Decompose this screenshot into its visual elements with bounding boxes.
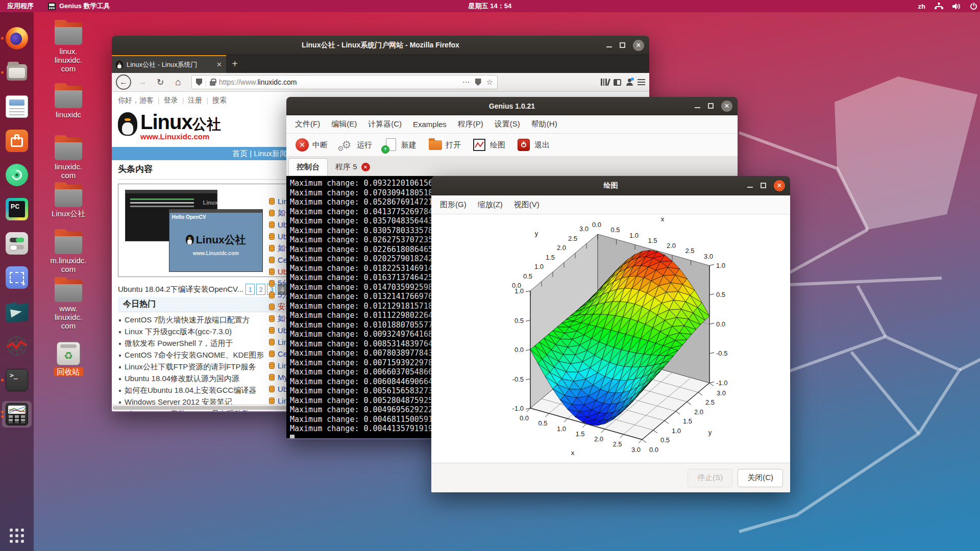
volume-icon[interactable] xyxy=(952,3,961,10)
hot-list-item[interactable]: CentOS 7命令行安装GNOME、KDE图形 xyxy=(119,349,292,361)
desktop-icon-folder[interactable]: linux.linuxidc.com xyxy=(43,22,94,73)
genius-menu-item[interactable]: 程序(P) xyxy=(452,115,489,133)
close-button[interactable]: ✕ xyxy=(774,180,785,191)
clock[interactable]: 星期五 14：54 xyxy=(461,0,519,12)
minimize-button[interactable] xyxy=(747,187,753,188)
toolbar-button-新建[interactable]: 新建 xyxy=(379,134,422,156)
bookmark-star-icon[interactable]: ☆ xyxy=(486,78,493,87)
genius-menu-item[interactable]: 计算器(C) xyxy=(362,115,407,133)
reload-button[interactable]: ↻ xyxy=(154,77,167,88)
desktop-icon-folder[interactable]: www.linuxidc.com xyxy=(43,280,94,330)
genius-menu-item[interactable]: 文件(F) xyxy=(289,115,326,133)
featured-article-image[interactable]: Hello OpenCV Linux公社 www.Linuxidc.com Li… xyxy=(118,184,287,277)
user-bar-link[interactable]: 注册 xyxy=(188,96,202,105)
site-logo[interactable]: Linux 公社 www.Linuxidc.com xyxy=(118,112,221,141)
hot-list-item[interactable]: Ubuntu 18.04修改默认源为国内源 xyxy=(119,373,292,385)
dock-item-pycharm[interactable] xyxy=(0,195,34,223)
hot-list-item[interactable]: CentOS 7防火墙快速开放端口配置方 xyxy=(119,314,292,326)
dock-item-dev-tool[interactable] xyxy=(0,297,34,326)
hot-list-item[interactable]: 微软发布 PowerShell 7，适用于 xyxy=(119,338,292,349)
tab-close-icon[interactable]: ✕ xyxy=(216,61,222,68)
firefox-titlebar[interactable]: Linux公社 - Linux系统门户网站 - Mozilla Firefox … xyxy=(112,36,649,55)
dock-item-files[interactable] xyxy=(0,58,34,87)
genius-window-title: Genius 1.0.21 xyxy=(489,102,535,110)
dock-item-screenshot-tool[interactable] xyxy=(0,263,34,292)
power-icon[interactable] xyxy=(970,3,977,10)
dock-item-firefox[interactable] xyxy=(0,24,34,53)
toolbar-button-打开[interactable]: 打开 xyxy=(424,134,466,156)
pagination-item[interactable]: 2 xyxy=(256,284,265,295)
dock-item-ubuntu-software[interactable] xyxy=(0,127,34,155)
dock-item-genius-calculator[interactable] xyxy=(0,400,34,429)
home-button[interactable]: ⌂ xyxy=(172,77,185,88)
stop-button[interactable]: 停止(S) xyxy=(688,469,732,487)
menu-hamburger-icon[interactable] xyxy=(638,79,645,85)
plot-menu-item[interactable]: 图形(G) xyxy=(434,195,472,214)
sidebar-icon[interactable] xyxy=(614,79,621,86)
dock-item-terminal[interactable] xyxy=(0,366,34,394)
keyboard-layout-indicator[interactable]: zh xyxy=(918,3,925,10)
maximize-button[interactable] xyxy=(708,103,714,109)
toolbar-button-退出[interactable]: 退出 xyxy=(512,134,555,156)
back-button[interactable]: ← xyxy=(116,74,131,90)
library-icon[interactable] xyxy=(601,79,609,86)
maximize-button[interactable] xyxy=(620,42,625,48)
toolbar-button-中断[interactable]: ✕中断 xyxy=(290,134,333,156)
interrupt-icon: ✕ xyxy=(296,138,309,152)
minimize-button[interactable] xyxy=(695,107,700,108)
focused-app-menu[interactable]: Genius 数学工具 xyxy=(41,0,117,12)
hot-list-item[interactable]: Linux公社下载FTP资源的请到FTP服务 xyxy=(119,361,292,373)
browser-tab[interactable]: Linux公社 - Linux系统门 ✕ xyxy=(112,55,226,73)
genius-menu-item[interactable]: 设置(S) xyxy=(489,115,526,133)
show-applications-button[interactable] xyxy=(0,524,34,547)
close-button[interactable]: ✕ xyxy=(633,40,644,51)
dock-item-android-studio[interactable] xyxy=(0,161,34,189)
plot-titlebar[interactable]: 绘图 ✕ xyxy=(431,176,790,195)
pocket-shield-icon[interactable] xyxy=(475,79,481,86)
user-bar-link[interactable]: 你好，游客 xyxy=(118,96,154,105)
svg-text:x: x xyxy=(661,215,665,223)
desktop-icon-folder[interactable]: linuxidc xyxy=(43,86,94,119)
user-bar-link[interactable]: 搜索 xyxy=(212,96,227,105)
genius-titlebar[interactable]: Genius 1.0.21 ✕ xyxy=(286,97,738,115)
genius-tab[interactable]: 程序 5✕ xyxy=(328,159,378,176)
activities-menu[interactable]: 应用程序 xyxy=(0,0,41,12)
lock-icon[interactable] xyxy=(210,81,215,86)
page-actions-icon[interactable]: ⋯ xyxy=(462,78,470,87)
plot-menu-item[interactable]: 缩放(Z) xyxy=(472,195,508,214)
close-button[interactable]: ✕ xyxy=(721,101,732,112)
desktop-icon-trash[interactable]: ♻回收站 xyxy=(43,342,94,376)
genius-menu-item[interactable]: 编辑(E) xyxy=(326,115,362,133)
dock-item-web-tool[interactable] xyxy=(0,332,34,360)
network-icon[interactable] xyxy=(935,3,943,10)
toolbar-button-运行[interactable]: ⚙运行 xyxy=(335,134,377,156)
user-bar-link[interactable]: 登录 xyxy=(164,96,178,105)
new-tab-button[interactable]: + xyxy=(226,55,243,73)
genius-menu-item[interactable]: 帮助(H) xyxy=(526,115,563,133)
desktop-icon-folder[interactable]: m.linuxidc.com xyxy=(43,232,94,273)
dock-item-libreoffice-writer[interactable] xyxy=(0,92,34,121)
account-icon[interactable] xyxy=(626,79,633,86)
running-indicator xyxy=(1,37,4,40)
site-logo-text: Linux xyxy=(140,112,192,132)
tracking-shield-icon[interactable] xyxy=(196,79,202,86)
maximize-button[interactable] xyxy=(761,183,766,188)
hot-list-item[interactable]: 如何在Ubuntu 18.04上安装GCC编译器 xyxy=(119,385,292,396)
genius-menu-item[interactable]: Examples xyxy=(407,115,452,133)
desktop-icon-folder[interactable]: Linux公社 xyxy=(43,185,94,218)
featured-caption[interactable]: Ubuntu 18.04.2下编译安装OpenCV... xyxy=(118,285,246,294)
desktop-icon-folder[interactable]: linuxidc.com xyxy=(43,138,94,180)
forward-button[interactable]: → xyxy=(136,77,149,87)
genius-tab[interactable]: 控制台 xyxy=(288,158,328,176)
url-text[interactable]: https://www.linuxidc.com xyxy=(219,78,459,86)
hot-list-item[interactable]: Linux 下升级gcc版本(gcc-7.3.0) xyxy=(119,326,292,338)
close-plot-button[interactable]: 关闭(C) xyxy=(738,469,783,487)
dock-item-settings[interactable] xyxy=(0,229,34,258)
tab-close-icon[interactable]: ✕ xyxy=(361,163,370,171)
svg-text:y: y xyxy=(535,230,538,237)
plot-menu-item[interactable]: 视图(V) xyxy=(508,195,545,214)
pagination-item[interactable]: 1 xyxy=(246,284,255,295)
minimize-button[interactable] xyxy=(606,46,612,47)
url-bar[interactable]: https://www.linuxidc.com ⋯ ☆ xyxy=(191,75,498,89)
toolbar-button-绘图[interactable]: 绘图 xyxy=(468,134,510,156)
